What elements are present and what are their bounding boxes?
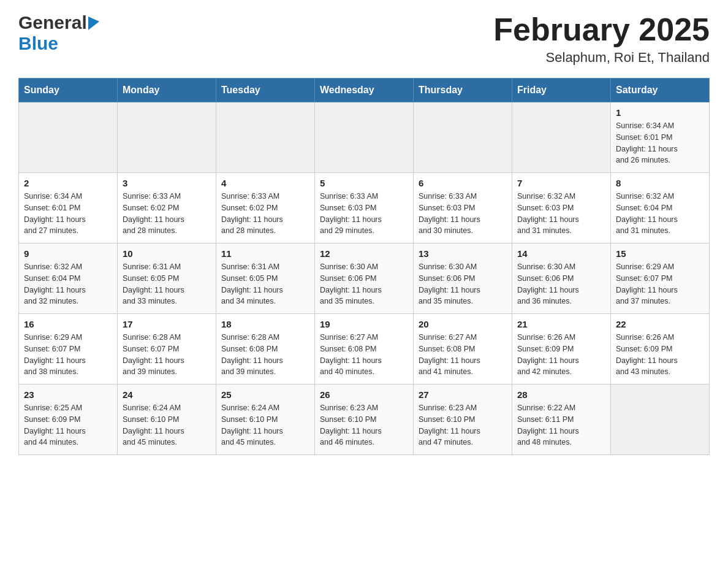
day-info: Sunrise: 6:26 AMSunset: 6:09 PMDaylight:…: [517, 332, 605, 378]
day-number: 10: [123, 248, 211, 259]
day-info: Sunrise: 6:29 AMSunset: 6:07 PMDaylight:…: [24, 332, 112, 378]
weekday-header-wednesday: Wednesday: [315, 79, 414, 102]
day-number: 14: [517, 248, 605, 259]
day-info: Sunrise: 6:33 AMSunset: 6:03 PMDaylight:…: [320, 191, 408, 237]
day-info: Sunrise: 6:27 AMSunset: 6:08 PMDaylight:…: [419, 332, 507, 378]
calendar-table: SundayMondayTuesdayWednesdayThursdayFrid…: [18, 78, 710, 455]
day-number: 20: [419, 319, 507, 329]
weekday-header-friday: Friday: [512, 79, 611, 102]
day-number: 24: [123, 389, 211, 400]
day-info: Sunrise: 6:32 AMSunset: 6:03 PMDaylight:…: [517, 191, 605, 237]
day-info: Sunrise: 6:28 AMSunset: 6:07 PMDaylight:…: [123, 332, 211, 378]
weekday-header-thursday: Thursday: [414, 79, 512, 102]
day-info: Sunrise: 6:34 AMSunset: 6:01 PMDaylight:…: [24, 191, 112, 237]
day-info: Sunrise: 6:28 AMSunset: 6:08 PMDaylight:…: [221, 332, 309, 378]
day-info: Sunrise: 6:24 AMSunset: 6:10 PMDaylight:…: [123, 402, 211, 448]
calendar-cell: 12Sunrise: 6:30 AMSunset: 6:06 PMDayligh…: [315, 243, 414, 314]
day-number: 15: [616, 248, 704, 259]
calendar-header: SundayMondayTuesdayWednesdayThursdayFrid…: [19, 79, 710, 102]
day-number: 11: [221, 248, 309, 259]
day-number: 6: [419, 178, 507, 188]
weekday-header-sunday: Sunday: [19, 79, 118, 102]
page-subtitle: Selaphum, Roi Et, Thailand: [493, 50, 710, 66]
calendar-body: 1Sunrise: 6:34 AMSunset: 6:01 PMDaylight…: [19, 102, 710, 455]
calendar-cell: 5Sunrise: 6:33 AMSunset: 6:03 PMDaylight…: [315, 173, 414, 243]
calendar-cell: [315, 102, 414, 173]
calendar-cell: 11Sunrise: 6:31 AMSunset: 6:05 PMDayligh…: [216, 243, 315, 314]
day-info: Sunrise: 6:23 AMSunset: 6:10 PMDaylight:…: [419, 402, 507, 448]
title-block: February 2025 Selaphum, Roi Et, Thailand: [493, 12, 710, 66]
calendar-cell: 14Sunrise: 6:30 AMSunset: 6:06 PMDayligh…: [512, 243, 611, 314]
calendar-week-1: 1Sunrise: 6:34 AMSunset: 6:01 PMDaylight…: [19, 102, 710, 173]
day-info: Sunrise: 6:26 AMSunset: 6:09 PMDaylight:…: [616, 332, 704, 378]
svg-marker-0: [88, 17, 99, 30]
day-info: Sunrise: 6:30 AMSunset: 6:06 PMDaylight:…: [517, 261, 605, 307]
day-number: 19: [320, 319, 408, 329]
calendar-week-2: 2Sunrise: 6:34 AMSunset: 6:01 PMDaylight…: [19, 173, 710, 243]
calendar-cell: 17Sunrise: 6:28 AMSunset: 6:07 PMDayligh…: [118, 314, 216, 385]
day-number: 5: [320, 178, 408, 188]
calendar-cell: 21Sunrise: 6:26 AMSunset: 6:09 PMDayligh…: [512, 314, 611, 385]
day-number: 13: [419, 248, 507, 259]
calendar-cell: 19Sunrise: 6:27 AMSunset: 6:08 PMDayligh…: [315, 314, 414, 385]
calendar-cell: [19, 102, 118, 173]
day-number: 27: [419, 389, 507, 400]
day-number: 9: [24, 248, 112, 259]
calendar-cell: 27Sunrise: 6:23 AMSunset: 6:10 PMDayligh…: [414, 385, 512, 455]
calendar-cell: [414, 102, 512, 173]
day-info: Sunrise: 6:24 AMSunset: 6:10 PMDaylight:…: [221, 402, 309, 448]
day-number: 28: [517, 389, 605, 400]
day-info: Sunrise: 6:22 AMSunset: 6:11 PMDaylight:…: [517, 402, 605, 448]
weekday-header-saturday: Saturday: [611, 79, 710, 102]
logo: General Blue: [18, 12, 99, 54]
day-number: 7: [517, 178, 605, 188]
day-number: 2: [24, 178, 112, 188]
calendar-cell: [512, 102, 611, 173]
calendar-cell: 9Sunrise: 6:32 AMSunset: 6:04 PMDaylight…: [19, 243, 118, 314]
day-number: 8: [616, 178, 704, 188]
day-number: 22: [616, 319, 704, 329]
calendar-week-4: 16Sunrise: 6:29 AMSunset: 6:07 PMDayligh…: [19, 314, 710, 385]
day-info: Sunrise: 6:34 AMSunset: 6:01 PMDaylight:…: [616, 120, 704, 166]
calendar-cell: 3Sunrise: 6:33 AMSunset: 6:02 PMDaylight…: [118, 173, 216, 243]
weekday-header-row: SundayMondayTuesdayWednesdayThursdayFrid…: [19, 79, 710, 102]
calendar-cell: 18Sunrise: 6:28 AMSunset: 6:08 PMDayligh…: [216, 314, 315, 385]
calendar-cell: 13Sunrise: 6:30 AMSunset: 6:06 PMDayligh…: [414, 243, 512, 314]
calendar-cell: 15Sunrise: 6:29 AMSunset: 6:07 PMDayligh…: [611, 243, 710, 314]
day-info: Sunrise: 6:30 AMSunset: 6:06 PMDaylight:…: [419, 261, 507, 307]
calendar-cell: 20Sunrise: 6:27 AMSunset: 6:08 PMDayligh…: [414, 314, 512, 385]
day-number: 12: [320, 248, 408, 259]
calendar-week-5: 23Sunrise: 6:25 AMSunset: 6:09 PMDayligh…: [19, 385, 710, 455]
calendar-cell: 26Sunrise: 6:23 AMSunset: 6:10 PMDayligh…: [315, 385, 414, 455]
day-info: Sunrise: 6:33 AMSunset: 6:02 PMDaylight:…: [123, 191, 211, 237]
calendar-cell: 10Sunrise: 6:31 AMSunset: 6:05 PMDayligh…: [118, 243, 216, 314]
weekday-header-monday: Monday: [118, 79, 216, 102]
day-number: 3: [123, 178, 211, 188]
weekday-header-tuesday: Tuesday: [216, 79, 315, 102]
day-info: Sunrise: 6:33 AMSunset: 6:03 PMDaylight:…: [419, 191, 507, 237]
day-number: 16: [24, 319, 112, 329]
logo-triangle-icon: [88, 17, 99, 30]
calendar-cell: 25Sunrise: 6:24 AMSunset: 6:10 PMDayligh…: [216, 385, 315, 455]
calendar-cell: 1Sunrise: 6:34 AMSunset: 6:01 PMDaylight…: [611, 102, 710, 173]
day-info: Sunrise: 6:31 AMSunset: 6:05 PMDaylight:…: [123, 261, 211, 307]
day-number: 25: [221, 389, 309, 400]
calendar-cell: 6Sunrise: 6:33 AMSunset: 6:03 PMDaylight…: [414, 173, 512, 243]
day-number: 18: [221, 319, 309, 329]
day-number: 23: [24, 389, 112, 400]
calendar-cell: 22Sunrise: 6:26 AMSunset: 6:09 PMDayligh…: [611, 314, 710, 385]
day-info: Sunrise: 6:31 AMSunset: 6:05 PMDaylight:…: [221, 261, 309, 307]
logo-blue: Blue: [18, 33, 58, 54]
calendar-cell: 16Sunrise: 6:29 AMSunset: 6:07 PMDayligh…: [19, 314, 118, 385]
calendar-cell: [611, 385, 710, 455]
page-title: February 2025: [493, 12, 710, 47]
day-number: 4: [221, 178, 309, 188]
calendar-week-3: 9Sunrise: 6:32 AMSunset: 6:04 PMDaylight…: [19, 243, 710, 314]
day-info: Sunrise: 6:33 AMSunset: 6:02 PMDaylight:…: [221, 191, 309, 237]
day-info: Sunrise: 6:32 AMSunset: 6:04 PMDaylight:…: [24, 261, 112, 307]
day-info: Sunrise: 6:30 AMSunset: 6:06 PMDaylight:…: [320, 261, 408, 307]
calendar-cell: 24Sunrise: 6:24 AMSunset: 6:10 PMDayligh…: [118, 385, 216, 455]
calendar-cell: 7Sunrise: 6:32 AMSunset: 6:03 PMDaylight…: [512, 173, 611, 243]
calendar-cell: 23Sunrise: 6:25 AMSunset: 6:09 PMDayligh…: [19, 385, 118, 455]
calendar-cell: 4Sunrise: 6:33 AMSunset: 6:02 PMDaylight…: [216, 173, 315, 243]
